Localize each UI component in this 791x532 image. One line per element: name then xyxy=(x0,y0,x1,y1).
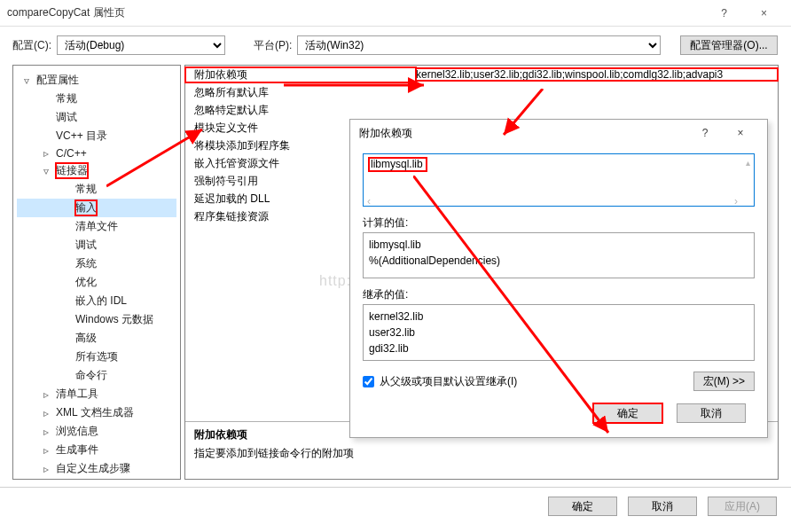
tree-twisty-icon[interactable]: ▹ xyxy=(42,388,51,401)
property-key: 忽略所有默认库 xyxy=(185,85,416,100)
macro-button[interactable]: 宏(M) >> xyxy=(693,372,755,391)
tree-item-label: 命令行 xyxy=(75,368,107,383)
dialog-buttons: 确定 取消 应用(A) xyxy=(0,487,791,525)
config-label: 配置(C): xyxy=(12,38,51,53)
tree-item-label: 配置属性 xyxy=(36,73,79,88)
inherit-label: 从父级或项目默认设置继承(I) xyxy=(380,374,517,389)
tree-item-label: 链接器 xyxy=(56,163,88,178)
additional-deps-dialog: 附加依赖项 ? × libmysql.lib ▴ ‹› 计算的值: libmys… xyxy=(349,119,768,438)
config-select[interactable]: 活动(Debug) xyxy=(57,35,225,55)
inherited-box: kernel32.libuser32.libgdi32.lib xyxy=(363,304,755,361)
property-row[interactable]: 忽略所有默认库 xyxy=(185,83,778,101)
tree-item[interactable]: ▹生成事件 xyxy=(17,441,176,459)
tree-item-label: 常规 xyxy=(75,182,97,197)
property-key: 忽略特定默认库 xyxy=(185,103,416,118)
tree-twisty-icon[interactable]: ▹ xyxy=(42,407,51,419)
apply-button[interactable]: 应用(A) xyxy=(708,497,777,516)
cancel-button[interactable]: 取消 xyxy=(628,497,697,516)
modal-cancel-button[interactable]: 取消 xyxy=(677,403,746,423)
tree-item-label: 自定义生成步骤 xyxy=(56,461,130,476)
modal-help-icon[interactable]: ? xyxy=(687,127,723,139)
modal-ok-button[interactable]: 确定 xyxy=(593,403,662,423)
tree-item[interactable]: ▿配置属性 xyxy=(17,71,176,90)
tree-twisty-icon[interactable]: ▿ xyxy=(22,74,31,87)
tree-item[interactable]: 嵌入的 IDL xyxy=(17,292,176,310)
tree-item-label: 调试 xyxy=(56,110,77,125)
close-icon[interactable]: × xyxy=(744,0,784,27)
tree-item-label: 高级 xyxy=(75,331,97,346)
inherited-label: 继承的值: xyxy=(363,287,755,302)
calculated-box: libmysql.lib%(AdditionalDependencies) xyxy=(363,232,755,278)
tree-twisty-icon[interactable]: ▹ xyxy=(42,463,51,475)
tree-item-label: 输入 xyxy=(75,200,97,215)
tree-twisty-icon[interactable]: ▹ xyxy=(42,147,51,160)
tree-item[interactable]: 清单文件 xyxy=(17,217,176,236)
titlebar: compareCopyCat 属性页 ? × xyxy=(0,0,791,27)
tree-item-label: 优化 xyxy=(75,275,97,290)
inh-line: user32.lib xyxy=(369,325,748,340)
tree-item-label: C/C++ xyxy=(56,147,87,160)
modal-close-icon[interactable]: × xyxy=(723,127,758,139)
modal-title: 附加依赖项 xyxy=(359,126,687,141)
tree-twisty-icon[interactable]: ▹ xyxy=(42,444,51,457)
help-icon[interactable]: ? xyxy=(704,0,744,27)
tree-item-label: VC++ 目录 xyxy=(56,129,107,144)
tree-item[interactable]: 常规 xyxy=(17,90,176,108)
tree-twisty-icon[interactable]: ▹ xyxy=(42,426,51,438)
property-key: 附加依赖项 xyxy=(185,67,416,82)
tree-item[interactable]: ▹清单工具 xyxy=(17,385,176,403)
tree-item[interactable]: Windows 元数据 xyxy=(17,310,176,329)
tree-item[interactable]: 高级 xyxy=(17,329,176,348)
tree-twisty-icon[interactable]: ▿ xyxy=(42,165,51,177)
tree-item[interactable]: ▹自定义生成步骤 xyxy=(17,459,176,478)
tree-item[interactable]: VC++ 目录 xyxy=(17,127,176,145)
property-tree[interactable]: ▿配置属性常规调试VC++ 目录▹C/C++▿链接器常规输入清单文件调试系统优化… xyxy=(12,65,181,480)
tree-item[interactable]: 命令行 xyxy=(17,366,176,385)
tree-item[interactable]: ▹代码分析 xyxy=(17,478,176,480)
tree-item[interactable]: ▹浏览信息 xyxy=(17,422,176,441)
tree-item-label: 嵌入的 IDL xyxy=(75,293,127,309)
window-title: compareCopyCat 属性页 xyxy=(7,5,704,20)
calc-line: %(AdditionalDependencies) xyxy=(369,253,748,269)
platform-label: 平台(P): xyxy=(254,38,292,53)
modal-titlebar: 附加依赖项 ? × xyxy=(350,120,767,146)
tree-item-label: 生成事件 xyxy=(56,442,98,458)
property-row[interactable]: 附加依赖项kernel32.lib;user32.lib;gdi32.lib;w… xyxy=(185,66,778,83)
inherit-checkbox[interactable] xyxy=(363,376,374,387)
propdesc-text: 指定要添加到链接命令行的附加项 xyxy=(194,446,769,461)
tree-item-label: 浏览信息 xyxy=(56,424,98,439)
tree-item[interactable]: 所有选项 xyxy=(17,348,176,366)
tree-item-label: Windows 元数据 xyxy=(75,312,153,327)
tree-item[interactable]: ▹C/C++ xyxy=(17,145,176,161)
platform-select[interactable]: 活动(Win32) xyxy=(297,35,661,55)
tree-item[interactable]: ▹XML 文档生成器 xyxy=(17,403,176,422)
tree-item[interactable]: 常规 xyxy=(17,180,176,199)
tree-item[interactable]: 优化 xyxy=(17,273,176,292)
tree-item[interactable]: ▿链接器 xyxy=(17,161,176,180)
scroll-up-icon[interactable]: ▴ xyxy=(746,158,750,168)
tree-item-label: 系统 xyxy=(75,256,97,271)
config-manager-button[interactable]: 配置管理器(O)... xyxy=(680,35,777,55)
ok-button[interactable]: 确定 xyxy=(548,497,617,516)
tree-item-label: 调试 xyxy=(75,238,97,253)
property-row[interactable]: 忽略特定默认库 xyxy=(185,101,778,119)
inh-line: kernel32.lib xyxy=(369,309,748,325)
tree-item[interactable]: 系统 xyxy=(17,254,176,273)
calc-line: libmysql.lib xyxy=(369,237,748,253)
configuration-row: 配置(C): 活动(Debug) 平台(P): 活动(Win32) 配置管理器(… xyxy=(0,27,791,65)
inh-line: gdi32.lib xyxy=(369,340,748,356)
deps-edit-value: libmysql.lib xyxy=(369,158,427,171)
tree-item[interactable]: 输入 xyxy=(17,199,176,217)
deps-edit-box[interactable]: libmysql.lib ▴ ‹› xyxy=(363,153,755,207)
tree-item[interactable]: 调试 xyxy=(17,236,176,254)
tree-item-label: 清单文件 xyxy=(75,219,118,234)
property-value[interactable]: kernel32.lib;user32.lib;gdi32.lib;winspo… xyxy=(416,68,778,81)
tree-item-label: XML 文档生成器 xyxy=(56,405,134,420)
tree-item-label: 常规 xyxy=(56,91,77,106)
calculated-label: 计算的值: xyxy=(363,215,755,231)
tree-item-label: 清单工具 xyxy=(56,387,98,402)
tree-item[interactable]: 调试 xyxy=(17,108,176,127)
tree-item-label: 所有选项 xyxy=(75,349,118,364)
